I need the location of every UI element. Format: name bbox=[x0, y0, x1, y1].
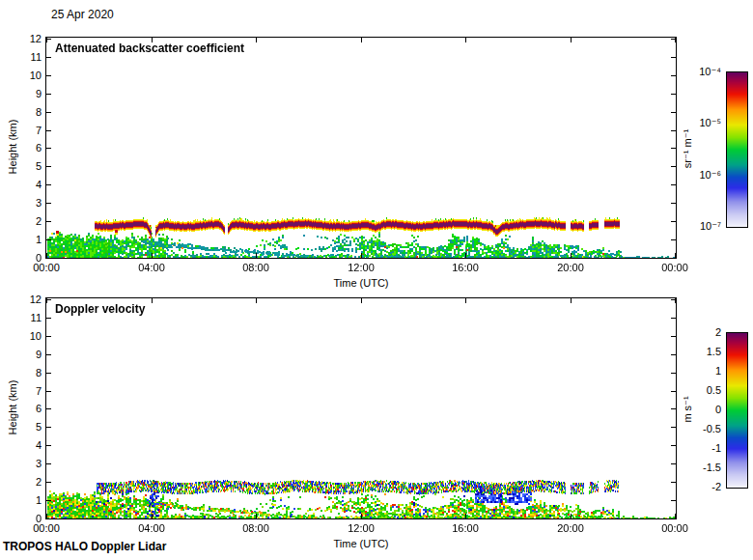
y-tick-mark bbox=[46, 148, 51, 149]
y-tick-mark bbox=[46, 482, 51, 483]
y-tick-label: 7 bbox=[18, 125, 42, 136]
y-tick-mark bbox=[671, 94, 676, 95]
x-tick-mark bbox=[571, 38, 572, 42]
y-tick-mark bbox=[671, 75, 676, 76]
y-tick-mark bbox=[671, 427, 676, 428]
x-tick-label: 08:00 bbox=[235, 522, 277, 534]
y-tick-mark bbox=[46, 184, 51, 185]
y-tick-label: 11 bbox=[18, 312, 42, 323]
y-tick-label: 11 bbox=[18, 51, 42, 63]
x-tick-label: 04:00 bbox=[130, 262, 173, 273]
y-tick-mark bbox=[671, 130, 676, 131]
y-tick-mark bbox=[46, 203, 51, 204]
y-tick-label: 8 bbox=[18, 367, 42, 378]
y-tick-mark bbox=[671, 184, 676, 185]
y-tick-label: 9 bbox=[18, 88, 42, 99]
colorbar-tick-label: 10⁻⁷ bbox=[688, 220, 721, 233]
x-tick-mark bbox=[571, 253, 572, 258]
velocity-colorbar bbox=[726, 332, 748, 489]
x-tick-mark bbox=[256, 298, 257, 303]
y-tick-mark bbox=[671, 299, 676, 300]
backscatter-colorbar-gradient bbox=[727, 72, 747, 227]
x-tick-label: 20:00 bbox=[549, 522, 592, 534]
velocity-plot-area bbox=[45, 297, 677, 519]
y-tick-mark bbox=[46, 373, 51, 374]
y-tick-mark bbox=[46, 445, 51, 446]
x-tick-mark bbox=[465, 253, 466, 258]
y-tick-label: 1 bbox=[18, 234, 42, 245]
backscatter-plot-area bbox=[45, 37, 677, 259]
y-tick-mark bbox=[46, 39, 51, 40]
x-tick-label: 04:00 bbox=[130, 522, 173, 534]
x-tick-label: 08:00 bbox=[235, 262, 277, 273]
y-tick-mark bbox=[46, 463, 51, 464]
y-tick-label: 10 bbox=[18, 70, 42, 81]
x-tick-label: 20:00 bbox=[549, 262, 592, 273]
y-tick-mark bbox=[46, 427, 51, 428]
y-tick-label: 2 bbox=[18, 215, 42, 227]
y-tick-label: 3 bbox=[18, 197, 42, 209]
colorbar-tick-label: 10⁻⁴ bbox=[688, 66, 721, 78]
y-tick-label: 3 bbox=[18, 458, 42, 469]
velocity-panel-title: Doppler velocity bbox=[55, 302, 145, 316]
x-tick-label: 16:00 bbox=[444, 262, 487, 273]
x-tick-mark bbox=[152, 514, 153, 518]
y-tick-mark bbox=[46, 258, 51, 259]
x-tick-mark bbox=[361, 38, 362, 42]
colorbar-tick-label: -1.5 bbox=[688, 462, 721, 473]
date-label: 25 Apr 2020 bbox=[51, 8, 114, 21]
y-tick-mark bbox=[46, 391, 51, 392]
colorbar-tick-label: 1 bbox=[688, 365, 721, 377]
y-tick-mark bbox=[671, 518, 676, 519]
x-tick-mark bbox=[571, 298, 572, 303]
y-tick-mark bbox=[671, 408, 676, 409]
colorbar-tick-label: 2 bbox=[688, 326, 721, 338]
y-tick-label: 0 bbox=[18, 252, 42, 264]
backscatter-colorbar-unit-label: sr⁻¹ m⁻¹ bbox=[682, 129, 694, 168]
y-tick-mark bbox=[46, 221, 51, 222]
y-tick-mark bbox=[46, 130, 51, 131]
y-tick-mark bbox=[671, 336, 676, 337]
x-tick-mark bbox=[361, 514, 362, 518]
y-tick-mark bbox=[671, 500, 676, 501]
x-tick-label: 16:00 bbox=[444, 522, 487, 534]
y-tick-label: 6 bbox=[18, 142, 42, 154]
y-tick-label: 0 bbox=[18, 513, 42, 524]
y-tick-mark bbox=[671, 373, 676, 374]
x-tick-mark bbox=[465, 38, 466, 42]
y-tick-mark bbox=[671, 482, 676, 483]
y-tick-mark bbox=[46, 336, 51, 337]
y-tick-label: 4 bbox=[18, 439, 42, 451]
y-tick-mark bbox=[46, 299, 51, 300]
velocity-y-axis-label: Height (km) bbox=[7, 380, 18, 435]
colorbar-tick-label: -1 bbox=[688, 442, 721, 454]
y-tick-mark bbox=[46, 239, 51, 240]
figure-root: 25 Apr 2020 Attenuated backscatter coeff… bbox=[0, 0, 753, 560]
x-tick-mark bbox=[361, 298, 362, 303]
y-tick-label: 4 bbox=[18, 179, 42, 190]
y-tick-label: 8 bbox=[18, 106, 42, 118]
colorbar-tick-label: -0.5 bbox=[688, 423, 721, 434]
x-tick-mark bbox=[152, 298, 153, 303]
y-tick-label: 12 bbox=[18, 294, 42, 305]
y-tick-mark bbox=[46, 500, 51, 501]
y-tick-mark bbox=[671, 112, 676, 113]
y-tick-mark bbox=[671, 148, 676, 149]
y-tick-mark bbox=[671, 57, 676, 58]
y-tick-mark bbox=[46, 354, 51, 355]
x-tick-mark bbox=[256, 514, 257, 518]
colorbar-tick-label: 10⁻⁶ bbox=[688, 169, 721, 182]
x-tick-mark bbox=[256, 253, 257, 258]
x-tick-mark bbox=[465, 514, 466, 518]
y-tick-mark bbox=[671, 203, 676, 204]
y-tick-mark bbox=[671, 221, 676, 222]
y-tick-mark bbox=[671, 318, 676, 319]
y-tick-mark bbox=[46, 75, 51, 76]
x-tick-mark bbox=[152, 253, 153, 258]
y-tick-mark bbox=[46, 94, 51, 95]
velocity-x-axis-label: Time (UTC) bbox=[333, 538, 388, 549]
y-tick-mark bbox=[671, 166, 676, 167]
y-tick-label: 10 bbox=[18, 330, 42, 342]
velocity-colorbar-gradient bbox=[727, 333, 747, 488]
y-tick-label: 9 bbox=[18, 349, 42, 360]
